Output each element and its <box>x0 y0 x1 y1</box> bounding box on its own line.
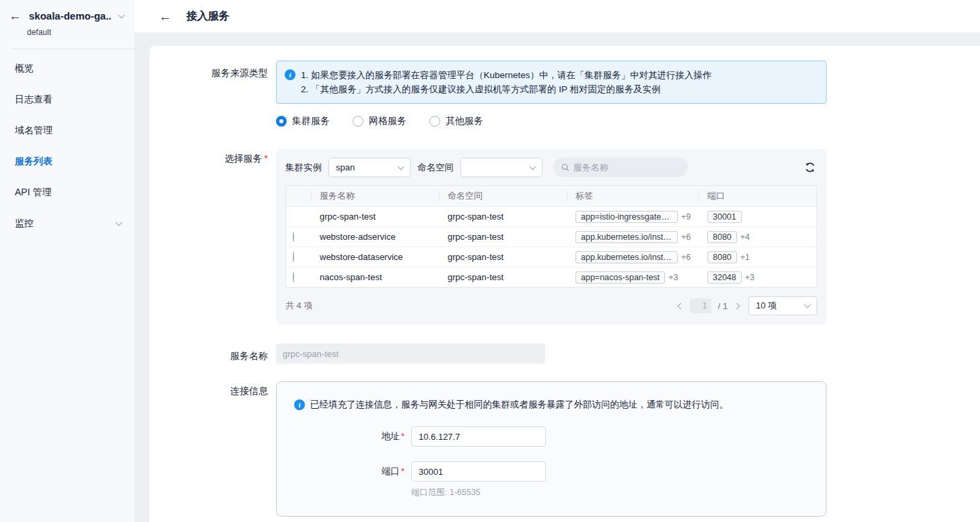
page-input[interactable]: 1 <box>690 298 711 313</box>
radio-icon <box>429 116 440 127</box>
table-header: 服务名称 命名空间 标签 端口 <box>286 186 816 206</box>
sidebar-item-services[interactable]: 服务列表 <box>0 146 135 177</box>
select-service-row: 选择服务* 集群实例 span 命名空间 <box>149 146 980 325</box>
label-chip: app=nacos-span-test <box>575 271 665 284</box>
source-type-row: 服务来源类型 i 1. 如果您要接入的服务部署在容器管理平台（Kubernete… <box>149 61 980 127</box>
page-size-select[interactable]: 10 项 <box>748 296 817 315</box>
service-name-row: 服务名称 grpc-span-test <box>149 344 980 364</box>
radio-other-service[interactable]: 其他服务 <box>429 115 483 127</box>
radio-icon <box>353 116 363 127</box>
page-back-button[interactable]: ← <box>159 10 172 23</box>
source-type-notice: i 1. 如果您要接入的服务部署在容器管理平台（Kubernetes）中，请在「… <box>276 61 827 104</box>
table-row[interactable]: webstore-dataservice grpc-span-test app.… <box>286 247 816 267</box>
service-search-box[interactable] <box>553 158 688 177</box>
sidebar-item-logs[interactable]: 日志查看 <box>0 84 135 115</box>
radio-cluster-service[interactable]: 集群服务 <box>276 115 330 127</box>
next-page-icon[interactable] <box>734 302 740 309</box>
source-type-label: 服务来源类型 <box>149 61 276 127</box>
radio-selected-icon <box>276 116 287 127</box>
port-input[interactable] <box>411 461 546 482</box>
info-icon: i <box>285 69 295 80</box>
address-field-row: 地址* <box>293 426 810 447</box>
content-background: 服务来源类型 i 1. 如果您要接入的服务部署在容器管理平台（Kubernete… <box>135 32 980 522</box>
col-service-name: 服务名称 <box>312 191 440 201</box>
service-filter-bar: 集群实例 span 命名空间 <box>285 158 817 177</box>
project-switcher[interactable]: ← skoala-demo-ga... <box>9 9 124 22</box>
refresh-icon <box>804 162 816 173</box>
info-icon: i <box>294 399 305 410</box>
col-labels: 标签 <box>567 191 699 201</box>
service-name-label: 服务名称 <box>149 344 276 364</box>
connection-label: 连接信息 <box>149 379 276 517</box>
connection-notice: i 已经填充了连接信息，服务与网关处于相同的集群或者服务暴露了外部访问的地址，通… <box>293 398 810 412</box>
table-row[interactable]: grpc-span-test grpc-span-test app=istio-… <box>286 206 816 226</box>
cluster-instance-label: 集群实例 <box>285 162 322 174</box>
port-range-hint: 端口范围: 1-65535 <box>411 487 810 498</box>
main-area: ← 接入服务 服务来源类型 i 1. 如果您要接入的服务部署在容器管理平台（Ku… <box>135 0 980 522</box>
col-port: 端口 <box>699 191 816 201</box>
page-title: 接入服务 <box>186 9 230 24</box>
sidebar-menu: 概览 日志查看 域名管理 服务列表 API 管理 监控 <box>0 52 135 239</box>
service-name-input: grpc-span-test <box>276 344 545 364</box>
connection-row: 连接信息 i 已经填充了连接信息，服务与网关处于相同的集群或者服务暴露了外部访问… <box>149 379 980 517</box>
total-count: 共 4 项 <box>285 300 312 312</box>
col-namespace: 命名空间 <box>440 191 567 201</box>
port-chip: 8080 <box>707 231 737 243</box>
radio-mesh-service[interactable]: 网格服务 <box>353 115 407 127</box>
table-row[interactable]: webstore-adservice grpc-span-test app.ku… <box>286 226 816 247</box>
sidebar-item-api[interactable]: API 管理 <box>0 177 135 208</box>
port-field-row: 端口* <box>293 461 810 482</box>
port-chip: 30001 <box>707 211 742 223</box>
search-icon <box>561 163 569 172</box>
chevron-down-icon <box>804 302 811 308</box>
sidebar-item-monitoring[interactable]: 监控 <box>0 208 135 239</box>
table-row[interactable]: nacos-span-test grpc-span-test app=nacos… <box>286 267 816 287</box>
port-chip: 8080 <box>707 251 737 263</box>
notice-line-2: 2. 「其他服务」方式接入的服务仅建议接入虚拟机等方式部署的 IP 相对固定的服… <box>301 82 712 96</box>
chevron-down-icon <box>398 163 405 170</box>
row-radio[interactable] <box>293 272 294 282</box>
service-search-input[interactable] <box>573 162 680 172</box>
address-label: 地址* <box>293 430 411 443</box>
content-card: 服务来源类型 i 1. 如果您要接入的服务部署在容器管理平台（Kubernete… <box>149 46 980 522</box>
chevron-down-icon <box>530 163 536 170</box>
chevron-down-icon <box>118 11 125 18</box>
address-input[interactable] <box>411 426 546 447</box>
namespace-filter-label: 命名空间 <box>417 162 454 174</box>
select-service-panel: 集群实例 span 命名空间 <box>276 149 827 325</box>
source-type-options: 集群服务 网格服务 其他服务 <box>276 115 827 127</box>
sidebar-back-icon[interactable]: ← <box>9 9 22 22</box>
label-chip: app.kubernetes.io/instan... <box>575 231 678 243</box>
notice-line-1: 1. 如果您要接入的服务部署在容器管理平台（Kubernetes）中，请在「集群… <box>301 68 712 82</box>
pagination-bar: 共 4 项 1 / 1 10 项 <box>285 296 817 315</box>
app-root: ← skoala-demo-ga... default 概览 日志查看 域名管理… <box>0 0 980 522</box>
prev-page-icon[interactable] <box>677 302 684 309</box>
chevron-down-icon <box>116 220 123 226</box>
sidebar-item-domains[interactable]: 域名管理 <box>0 115 135 146</box>
sidebar-divider <box>11 48 135 49</box>
namespace-label: default <box>27 28 124 37</box>
label-chip: app.kubernetes.io/instan... <box>575 251 678 263</box>
port-label: 端口* <box>293 465 411 478</box>
label-chip: app=istio-ingressgatew... <box>575 211 678 223</box>
page-total: / 1 <box>718 301 728 311</box>
row-radio[interactable] <box>293 252 294 262</box>
sidebar-item-overview[interactable]: 概览 <box>0 53 135 84</box>
service-table: 服务名称 命名空间 标签 端口 grpc-span-test g <box>285 185 817 288</box>
port-chip: 32048 <box>707 271 742 284</box>
row-radio[interactable] <box>293 232 294 242</box>
project-name: skoala-demo-ga... <box>29 10 112 22</box>
connection-panel: i 已经填充了连接信息，服务与网关处于相同的集群或者服务暴露了外部访问的地址，通… <box>276 381 827 517</box>
page-header: ← 接入服务 <box>135 0 980 32</box>
cluster-instance-select[interactable]: span <box>328 158 411 177</box>
sidebar: ← skoala-demo-ga... default 概览 日志查看 域名管理… <box>0 0 135 522</box>
refresh-button[interactable] <box>804 162 817 173</box>
namespace-select[interactable] <box>460 158 542 177</box>
select-service-label: 选择服务* <box>149 146 276 325</box>
